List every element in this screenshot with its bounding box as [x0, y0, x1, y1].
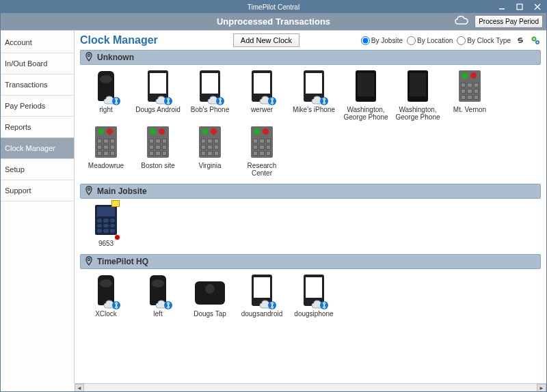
clock-label: right [99, 106, 112, 113]
sidebar-item-account[interactable]: Account [1, 32, 74, 53]
clock-label: Washington, George Phone [341, 106, 390, 121]
horizontal-scrollbar[interactable]: ◄ ► [75, 383, 546, 391]
clock-item[interactable]: Dougs Android [133, 68, 183, 121]
sidebar-item-clock-manager[interactable]: Clock Manager [1, 138, 74, 159]
sub-header-title: Unprocessed Transactions [217, 16, 330, 27]
clock-item[interactable]: Dougs Tap [185, 272, 235, 318]
sidebar-item-in-out-board[interactable]: In/Out Board [1, 53, 74, 74]
add-new-clock-button[interactable]: Add New Clock [233, 33, 299, 47]
sidebar: AccountIn/Out BoardTransactionsPay Perio… [1, 31, 75, 383]
alert-icon [115, 235, 120, 240]
clock-item[interactable]: werwer [237, 68, 286, 121]
svg-rect-1 [517, 4, 522, 10]
clock-device-icon [140, 124, 176, 160]
clock-item[interactable]: Boston site [133, 124, 183, 177]
clock-item[interactable]: XClock [81, 272, 131, 318]
clock-device-icon [348, 68, 384, 104]
svg-point-5 [533, 38, 535, 40]
clock-label: Washington, George Phone [393, 106, 442, 121]
sidebar-item-setup[interactable]: Setup [1, 159, 74, 180]
clock-item[interactable]: Washington, George Phone [341, 68, 390, 121]
group-name: Unknown [97, 53, 134, 62]
clock-item[interactable]: Mt. Vernon [445, 68, 494, 121]
scroll-right-button[interactable]: ► [537, 384, 546, 392]
clock-grid: XClockleftDougs Tapdougsandroiddougsipho… [80, 269, 541, 322]
clock-device-icon [244, 68, 280, 104]
page-title: Clock Manager [80, 34, 158, 46]
clock-label: Bob's Phone [191, 106, 229, 113]
process-pay-period-button[interactable]: Process Pay Period [475, 15, 543, 28]
sidebar-item-transactions[interactable]: Transactions [1, 74, 74, 96]
svg-point-7 [537, 42, 538, 43]
maximize-button[interactable] [511, 1, 529, 13]
clock-item[interactable]: Virginia [185, 124, 235, 177]
clock-device-icon [244, 124, 280, 160]
clock-device-icon [296, 68, 332, 104]
clock-label: Mt. Vernon [453, 106, 486, 113]
clock-item[interactable]: Meadowrue [81, 124, 131, 177]
group-header[interactable]: Unknown [80, 50, 541, 65]
group-name: TimePilot HQ [97, 257, 148, 266]
app-title: TimePilot Central [248, 3, 299, 11]
note-icon [111, 200, 120, 207]
clock-device-icon [400, 68, 436, 104]
clock-device-icon [140, 272, 176, 309]
filter-by-clock-type[interactable]: By Clock Type [457, 36, 511, 45]
group-name: Main Jobsite [97, 186, 147, 196]
cloud-icon[interactable] [454, 15, 469, 28]
clock-item[interactable]: left [133, 272, 183, 318]
clock-label: 9653 [98, 240, 114, 247]
clock-label: Research Center [237, 162, 286, 177]
clock-grid: rightDougs AndroidBob's PhonewerwerMike'… [80, 65, 541, 181]
svg-point-14 [88, 188, 90, 190]
clock-label: Boston site [141, 162, 174, 169]
clock-device-icon [192, 124, 228, 160]
clock-label: werwer [251, 106, 273, 113]
clock-item[interactable]: dougsiphone [289, 272, 338, 318]
clock-device-icon [192, 272, 228, 309]
clock-label: dougsandroid [241, 310, 283, 318]
sidebar-item-pay-periods[interactable]: Pay Periods [1, 96, 74, 117]
clock-item[interactable]: Research Center [237, 124, 286, 177]
scroll-left-button[interactable]: ◄ [75, 384, 84, 392]
clock-grid: 9653 [80, 199, 541, 251]
clock-item[interactable]: Mike's iPhone [289, 68, 338, 121]
svg-point-8 [88, 54, 90, 56]
clock-device-icon [88, 272, 124, 309]
clock-device-icon [192, 68, 228, 104]
title-bar: TimePilot Central [1, 1, 546, 13]
clock-device-icon [88, 201, 124, 238]
location-pin-icon [85, 52, 93, 64]
clock-label: Meadowrue [88, 162, 124, 169]
filter-by-location[interactable]: By Location [407, 36, 453, 45]
gears-icon[interactable] [530, 35, 541, 46]
view-filters: By Jobsite By Location By Clock Type [361, 35, 541, 46]
clock-item[interactable]: right [81, 68, 131, 121]
clock-device-icon [296, 272, 332, 309]
main-content: Clock Manager Add New Clock By Jobsite B… [75, 31, 546, 383]
svg-point-15 [88, 258, 90, 260]
clock-item[interactable]: Washington, George Phone [393, 68, 442, 121]
clock-item[interactable]: Bob's Phone [185, 68, 235, 121]
close-button[interactable] [529, 1, 546, 13]
link-icon[interactable] [515, 35, 526, 46]
group-header[interactable]: Main Jobsite [80, 184, 541, 199]
clock-device-icon [88, 68, 124, 104]
location-pin-icon [85, 256, 93, 268]
clock-item[interactable]: 9653 [81, 201, 131, 247]
group-header[interactable]: TimePilot HQ [80, 254, 541, 269]
clock-label: left [153, 310, 162, 318]
clock-device-icon [244, 272, 280, 309]
sidebar-item-support[interactable]: Support [1, 180, 74, 201]
clock-device-icon [452, 68, 488, 104]
clock-label: Dougs Tap [194, 310, 226, 318]
location-pin-icon [85, 186, 93, 197]
filter-by-jobsite[interactable]: By Jobsite [361, 36, 403, 45]
clock-device-icon [140, 68, 176, 104]
clock-item[interactable]: dougsandroid [237, 272, 286, 318]
clock-label: Virginia [198, 162, 221, 169]
minimize-button[interactable] [493, 1, 511, 13]
clock-label: Dougs Android [135, 106, 181, 113]
sidebar-item-reports[interactable]: Reports [1, 117, 74, 138]
sub-header: Unprocessed Transactions Process Pay Per… [1, 13, 546, 31]
